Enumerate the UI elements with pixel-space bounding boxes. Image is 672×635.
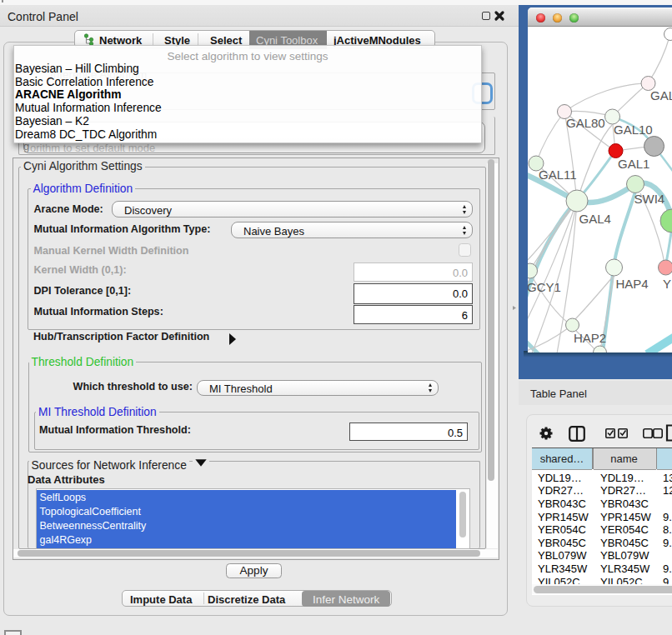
svg-text:GCY1: GCY1 bbox=[528, 280, 561, 294]
svg-text:HAP4: HAP4 bbox=[616, 277, 649, 291]
svg-text:GAL4: GAL4 bbox=[579, 212, 611, 226]
svg-text:Y: Y bbox=[663, 277, 671, 291]
svg-text:SWI4: SWI4 bbox=[634, 192, 665, 206]
svg-text:GAL11: GAL11 bbox=[539, 168, 577, 182]
svg-text:GAL80: GAL80 bbox=[566, 116, 605, 130]
svg-text:GAL1: GAL1 bbox=[618, 157, 649, 171]
svg-text:GAL7: GAL7 bbox=[650, 88, 672, 102]
svg-text:HAP2: HAP2 bbox=[574, 331, 606, 345]
svg-text:GAL10: GAL10 bbox=[614, 122, 653, 137]
